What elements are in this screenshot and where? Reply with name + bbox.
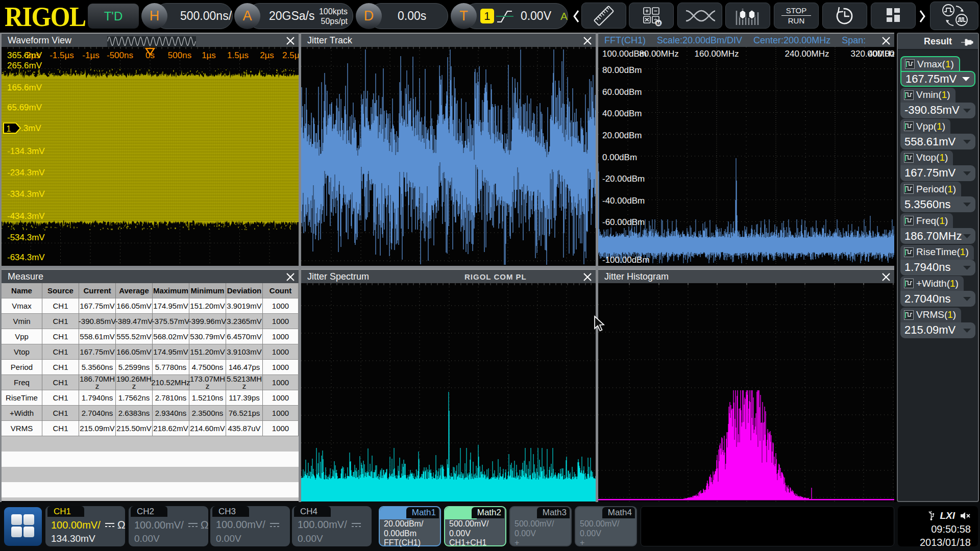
- svg-text:80.00dBm: 80.00dBm: [602, 65, 642, 75]
- svg-text:65.69mV: 65.69mV: [7, 103, 42, 112]
- svg-text:-60.00dBm: -60.00dBm: [602, 217, 645, 227]
- svg-text:60.00dBm: 60.00dBm: [602, 87, 642, 97]
- svg-text:2µs: 2µs: [260, 51, 274, 60]
- svg-text:-500ns: -500ns: [107, 51, 133, 60]
- svg-text:.3mV: .3mV: [21, 123, 41, 133]
- svg-text:-1.5µs: -1.5µs: [50, 51, 74, 60]
- svg-text:-134.3mV: -134.3mV: [7, 146, 45, 156]
- svg-text:-434.3mV: -434.3mV: [7, 211, 45, 221]
- svg-text:-334.3mV: -334.3mV: [7, 189, 45, 199]
- svg-text:-534.3mV: -534.3mV: [7, 233, 45, 242]
- svg-text:240.00MHz: 240.00MHz: [785, 49, 829, 59]
- svg-text:165.6mV: 165.6mV: [7, 83, 42, 92]
- svg-text:0.00dBm: 0.00dBm: [602, 153, 637, 162]
- svg-text:40.00dBm: 40.00dBm: [602, 109, 642, 118]
- svg-text:365.6mV: 365.6mV: [7, 51, 42, 60]
- svg-text:M: M: [656, 21, 660, 26]
- svg-text:-1µs: -1µs: [82, 51, 99, 60]
- svg-text:1µs: 1µs: [202, 51, 216, 60]
- svg-text:160.00MHz: 160.00MHz: [695, 49, 739, 59]
- svg-text:-40.00dBm: -40.00dBm: [602, 196, 645, 206]
- svg-text:-20.00dBm: -20.00dBm: [602, 174, 645, 184]
- svg-text:1.5µs: 1.5µs: [227, 51, 249, 60]
- svg-text:1: 1: [7, 124, 11, 133]
- svg-text:100.00dBm: 100.00dBm: [602, 49, 647, 59]
- svg-text:20.00dBm: 20.00dBm: [602, 131, 642, 140]
- svg-text:265.6mV: 265.6mV: [7, 61, 42, 70]
- svg-text:-100.00dBm: -100.00dBm: [602, 255, 650, 265]
- svg-text:400.00MHz: 400.00MHz: [868, 49, 894, 59]
- svg-text:2.5µs: 2.5µs: [282, 51, 299, 60]
- svg-text:500ns: 500ns: [168, 51, 191, 60]
- svg-text:-634.3mV: -634.3mV: [7, 253, 45, 262]
- svg-text:-234.3mV: -234.3mV: [7, 168, 45, 178]
